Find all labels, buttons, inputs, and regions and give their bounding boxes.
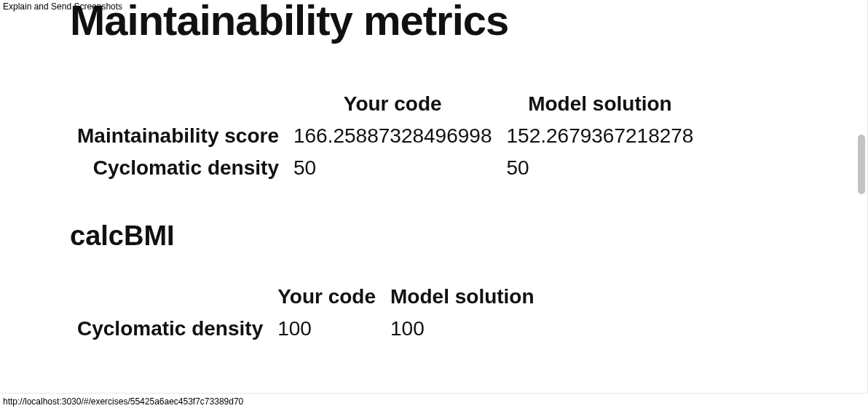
page-content: Maintainability metrics Your code Model …	[0, 0, 868, 345]
section-metrics-table: Your code Model solution Cyclomatic dens…	[70, 281, 542, 345]
cell-your-code: 100	[270, 313, 383, 345]
scrollbar-track[interactable]	[856, 0, 867, 411]
row-label: Maintainability score	[70, 120, 286, 152]
section-title: calcBMI	[70, 220, 868, 252]
col-model-solution: Model solution	[499, 88, 701, 120]
cell-your-code: 166.25887328496998	[286, 120, 500, 152]
cell-model-solution: 152.2679367218278	[499, 120, 701, 152]
table-header-row: Your code Model solution	[70, 88, 701, 120]
row-label: Cyclomatic density	[70, 313, 270, 345]
cell-your-code: 50	[286, 152, 500, 184]
empty-corner	[70, 281, 270, 313]
col-your-code: Your code	[270, 281, 383, 313]
table-header-row: Your code Model solution	[70, 281, 542, 313]
table-row: Cyclomatic density 50 50	[70, 152, 701, 184]
col-your-code: Your code	[286, 88, 500, 120]
scrollbar-thumb[interactable]	[858, 135, 865, 194]
empty-corner	[70, 88, 286, 120]
page-title: Maintainability metrics	[70, 0, 868, 44]
row-label: Cyclomatic density	[70, 152, 286, 184]
cell-model-solution: 50	[499, 152, 701, 184]
cell-model-solution: 100	[383, 313, 542, 345]
main-metrics-table: Your code Model solution Maintainability…	[70, 88, 701, 184]
table-row: Maintainability score 166.25887328496998…	[70, 120, 701, 152]
col-model-solution: Model solution	[383, 281, 542, 313]
status-bar-url: http://localhost:3030/#/exercises/55425a…	[3, 396, 243, 407]
extension-label: Explain and Send Screenshots	[3, 1, 122, 12]
table-row: Cyclomatic density 100 100	[70, 313, 542, 345]
